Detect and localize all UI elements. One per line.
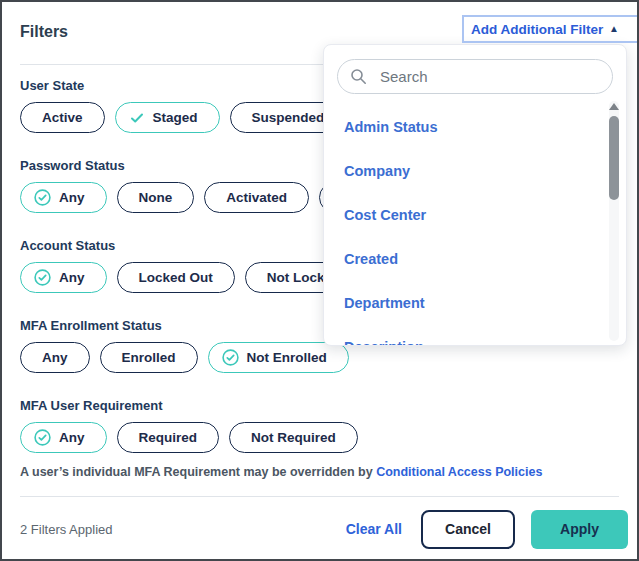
- scrollbar-up-arrow-icon[interactable]: [609, 103, 619, 110]
- circle-check-icon: [34, 429, 51, 446]
- filters-applied-count: 2 Filters Applied: [20, 522, 113, 537]
- pill-row: Any Required Not Required: [20, 422, 619, 453]
- mfa-note: A user’s individual MFA Requirement may …: [20, 465, 619, 480]
- add-additional-filter-button[interactable]: Add Additional Filter ▲: [462, 15, 639, 43]
- circle-check-icon: [34, 269, 51, 286]
- filter-pill-any-account[interactable]: Any: [20, 262, 107, 293]
- search-box[interactable]: [337, 59, 613, 94]
- cancel-button[interactable]: Cancel: [421, 510, 515, 549]
- check-icon: [129, 110, 145, 126]
- circle-check-icon: [34, 189, 51, 206]
- clear-all-link[interactable]: Clear All: [346, 521, 402, 537]
- mfa-note-text: A user’s individual MFA Requirement may …: [20, 465, 373, 479]
- filter-pill-locked-out[interactable]: Locked Out: [117, 262, 235, 293]
- dropdown-item-description[interactable]: Description: [324, 325, 602, 346]
- dropdown-item-company[interactable]: Company: [324, 149, 602, 193]
- chevron-up-icon: ▲: [609, 24, 619, 34]
- scrollbar-thumb[interactable]: [609, 116, 619, 200]
- filter-pill-not-enrolled[interactable]: Not Enrolled: [208, 342, 349, 373]
- dropdown-item-created[interactable]: Created: [324, 237, 602, 281]
- filter-pill-enrolled[interactable]: Enrolled: [100, 342, 198, 373]
- apply-button[interactable]: Apply: [531, 510, 628, 549]
- circle-check-icon: [222, 349, 239, 366]
- dropdown-item-cost-center[interactable]: Cost Center: [324, 193, 602, 237]
- filter-pill-any-mfa-requirement[interactable]: Any: [20, 422, 107, 453]
- search-input[interactable]: [378, 67, 600, 86]
- filter-pill-active[interactable]: Active: [20, 102, 105, 133]
- filters-dialog: Filters User State Active Staged Suspend…: [0, 0, 639, 561]
- add-filter-dropdown: Admin Status Company Cost Center Created…: [323, 44, 627, 346]
- filter-pill-staged[interactable]: Staged: [115, 102, 220, 133]
- filter-pill-not-required[interactable]: Not Required: [229, 422, 358, 453]
- filter-pill-required[interactable]: Required: [117, 422, 220, 453]
- filter-options-list: Admin Status Company Cost Center Created…: [324, 105, 602, 346]
- search-icon: [350, 68, 367, 85]
- filter-pill-any-password[interactable]: Any: [20, 182, 107, 213]
- dropdown-scrollbar[interactable]: [609, 101, 619, 341]
- filter-pill-activated[interactable]: Activated: [204, 182, 309, 213]
- filter-pill-any-mfa-enrollment[interactable]: Any: [20, 342, 90, 373]
- section-label: MFA User Requirement: [20, 398, 619, 413]
- section-mfa-user-requirement: MFA User Requirement Any Required Not Re…: [20, 373, 619, 453]
- dropdown-item-admin-status[interactable]: Admin Status: [324, 105, 602, 149]
- footer: 2 Filters Applied Clear All Cancel Apply: [20, 497, 628, 561]
- pill-row: Any Enrolled Not Enrolled: [20, 342, 619, 373]
- add-additional-filter-label: Add Additional Filter: [471, 22, 603, 37]
- filter-pill-none[interactable]: None: [117, 182, 195, 213]
- dropdown-item-department[interactable]: Department: [324, 281, 602, 325]
- conditional-access-policies-link[interactable]: Conditional Access Policies: [376, 465, 542, 479]
